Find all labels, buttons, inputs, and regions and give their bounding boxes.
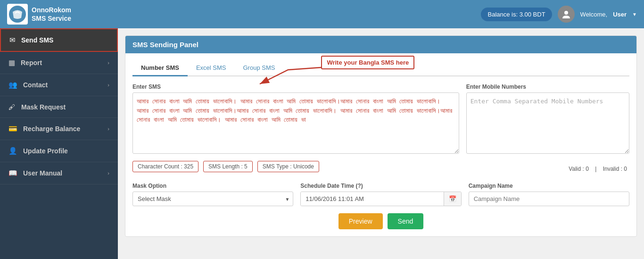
profile-icon: 👤 (8, 147, 17, 155)
campaign-section: Campaign Name (469, 183, 629, 206)
campaign-label: Campaign Name (469, 183, 629, 189)
logo-icon (7, 4, 28, 25)
top-bar: OnnoRokom SMS Service Balance is: 3.00 B… (0, 0, 644, 28)
report-icon: ▦ (8, 58, 15, 67)
schedule-section: Schedule Date Time (?) 📅 (300, 183, 461, 206)
tab-group-sms[interactable]: Group SMS (234, 60, 283, 76)
send-button[interactable]: Send (388, 213, 424, 229)
sidebar-item-user-manual[interactable]: 📖 User Manual › (0, 162, 118, 184)
contact-arrow-icon: › (107, 82, 109, 88)
character-count-box: Character Count : 325 (132, 161, 198, 172)
preview-button[interactable]: Preview (339, 213, 383, 229)
sms-textarea[interactable]: আমার সোনার বাংলা আমি তোমায় ভালোবাসি। আম… (132, 92, 459, 154)
options-row: Mask Option Select Mask ▼ Schedule Date … (132, 183, 629, 206)
user-avatar (558, 6, 575, 23)
schedule-label: Schedule Date Time (?) (300, 183, 461, 189)
mobile-textarea[interactable] (466, 92, 629, 154)
brand-text: OnnoRokom SMS Service (32, 6, 71, 23)
sidebar-label-recharge-balance: Recharge Balance (23, 125, 107, 133)
sms-length-box: SMS Length : 5 (203, 161, 253, 172)
sidebar-label-mask-request: Mask Request (21, 103, 109, 111)
valid-count: Valid : 0 (569, 166, 588, 172)
welcome-text: Welcome, (580, 11, 608, 18)
sidebar-item-update-profile[interactable]: 👤 Update Profile (0, 140, 118, 162)
panel-header: SMS Sending Panel (125, 36, 636, 53)
sms-mobile-row: Enter SMS আমার সোনার বাংলা আমি তোমায় ভা… (132, 84, 629, 155)
stats-row: Character Count : 325 SMS Length : 5 SMS… (132, 161, 319, 172)
calendar-icon[interactable]: 📅 (444, 192, 461, 206)
tabs: Number SMS Excel SMS Group SMS Write you… (132, 60, 629, 76)
envelope-icon: ✉ (9, 36, 16, 44)
sidebar-item-recharge-balance[interactable]: 💳 Recharge Balance › (0, 118, 118, 140)
logo-area: OnnoRokom SMS Service (7, 4, 71, 25)
top-right: Balance is: 3.00 BDT Welcome, User ▼ (481, 6, 637, 23)
valid-invalid: Valid : 0 | Invalid : 0 (566, 164, 629, 174)
sidebar-label-report: Report (21, 59, 107, 67)
button-row: Preview Send (132, 213, 629, 229)
tab-excel-sms[interactable]: Excel SMS (188, 60, 235, 76)
sms-panel: SMS Sending Panel Number SMS Excel SMS G… (125, 35, 637, 237)
content-area: SMS Sending Panel Number SMS Excel SMS G… (118, 28, 644, 259)
contact-icon: 👥 (8, 81, 17, 89)
sidebar-item-mask-request[interactable]: 🖋 Mask Request (0, 96, 118, 118)
mask-select-wrapper: Select Mask ▼ (132, 192, 293, 206)
mask-label: Mask Option (132, 183, 293, 189)
tab-number-sms[interactable]: Number SMS (132, 60, 188, 76)
mobile-label: Enter Mobile Numbers (466, 84, 629, 90)
sidebar-label-update-profile: Update Profile (23, 147, 109, 155)
manual-arrow-icon: › (107, 170, 109, 176)
sidebar-item-send-sms[interactable]: ✉ Send SMS (0, 28, 118, 52)
datetime-wrapper: 📅 (300, 192, 461, 206)
campaign-input[interactable] (469, 192, 629, 206)
recharge-icon: 💳 (8, 125, 17, 133)
sms-section: Enter SMS আমার সোনার বাংলা আমি তোমায় ভা… (132, 84, 459, 155)
divider: | (595, 166, 598, 172)
sidebar-label-user-manual: User Manual (23, 169, 107, 177)
user-dropdown-arrow[interactable]: ▼ (632, 12, 637, 17)
panel-title: SMS Sending Panel (132, 41, 198, 49)
sms-label: Enter SMS (132, 84, 459, 90)
annotation-bangla-sms: Write your Bangla SMS here (321, 56, 414, 69)
user-name: User (613, 11, 627, 18)
mask-select[interactable]: Select Mask (132, 192, 293, 206)
recharge-arrow-icon: › (107, 126, 109, 132)
manual-icon: 📖 (8, 169, 17, 177)
invalid-count: Invalid : 0 (603, 166, 627, 172)
sidebar-item-contact[interactable]: 👥 Contact › (0, 74, 118, 96)
mask-icon: 🖋 (8, 103, 16, 111)
balance-button[interactable]: Balance is: 3.00 BDT (481, 8, 552, 21)
panel-body: Number SMS Excel SMS Group SMS Write you… (125, 53, 636, 236)
sidebar-label-contact: Contact (23, 81, 107, 89)
sidebar-label-send-sms: Send SMS (21, 36, 108, 44)
sidebar-item-report[interactable]: ▦ Report › (0, 52, 118, 74)
datetime-input[interactable] (301, 192, 443, 206)
sidebar: ✉ Send SMS ▦ Report › 👥 Contact › 🖋 Mask… (0, 28, 118, 259)
main-layout: ✉ Send SMS ▦ Report › 👥 Contact › 🖋 Mask… (0, 28, 644, 259)
svg-point-1 (564, 11, 568, 15)
mask-section: Mask Option Select Mask ▼ (132, 183, 293, 206)
report-arrow-icon: › (107, 60, 109, 66)
sms-type-box: SMS Type : Unicode (257, 161, 319, 172)
mobile-section: Enter Mobile Numbers (466, 84, 629, 155)
